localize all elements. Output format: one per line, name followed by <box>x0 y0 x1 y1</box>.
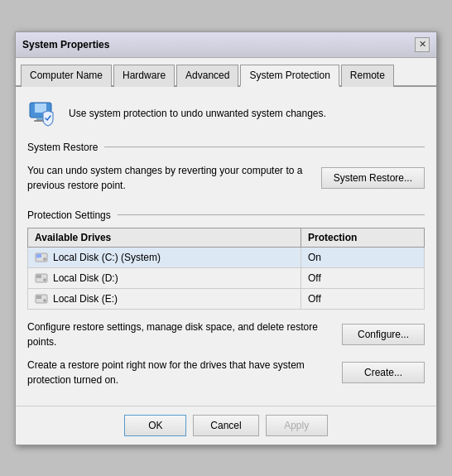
svg-rect-1 <box>35 103 46 113</box>
section-divider-2 <box>118 214 425 215</box>
create-description: Create a restore point right now for the… <box>27 358 334 387</box>
cancel-button[interactable]: Cancel <box>193 415 258 436</box>
system-restore-header: System Restore <box>27 142 425 153</box>
section-divider <box>104 147 425 147</box>
drive-e-cell: Local Disk (E:) <box>28 288 301 309</box>
tab-system-protection[interactable]: System Protection <box>240 65 339 87</box>
table-row[interactable]: Local Disk (E:) Off <box>28 288 425 309</box>
configure-description: Configure restore settings, manage disk … <box>27 320 334 349</box>
create-button[interactable]: Create... <box>342 362 425 383</box>
restore-content: You can undo system changes by reverting… <box>27 160 425 196</box>
drive-c-protection: On <box>301 247 424 267</box>
restore-description: You can undo system changes by reverting… <box>27 163 313 193</box>
info-section: Use system protection to undo unwanted s… <box>27 97 425 130</box>
col-protection: Protection <box>301 228 424 247</box>
svg-rect-5 <box>36 254 41 257</box>
configure-button[interactable]: Configure... <box>342 324 425 345</box>
info-description: Use system protection to undo unwanted s… <box>69 108 326 119</box>
col-available-drives: Available Drives <box>28 228 301 247</box>
tab-hardware[interactable]: Hardware <box>113 65 175 87</box>
system-restore-button[interactable]: System Restore... <box>321 167 425 189</box>
system-properties-window: System Properties ✕ Computer Name Hardwa… <box>15 31 437 445</box>
protection-settings-section: Protection Settings Available Drives Pro… <box>27 209 425 310</box>
drive-d-protection: Off <box>301 267 424 288</box>
drive-c-icon <box>35 251 48 264</box>
title-bar: System Properties ✕ <box>16 32 436 58</box>
svg-rect-12 <box>36 296 41 299</box>
protection-settings-label: Protection Settings <box>27 209 111 221</box>
window-title: System Properties <box>22 39 109 50</box>
tab-computer-name[interactable]: Computer Name <box>21 65 112 87</box>
table-row[interactable]: Local Disk (C:) (System) On <box>28 247 425 267</box>
drives-table: Available Drives Protection <box>27 228 425 310</box>
svg-point-10 <box>44 278 46 281</box>
ok-button[interactable]: OK <box>124 415 186 436</box>
svg-point-13 <box>44 299 46 301</box>
system-restore-section: System Restore You can undo system chang… <box>27 142 425 196</box>
svg-rect-9 <box>36 275 41 278</box>
apply-button[interactable]: Apply <box>266 415 328 436</box>
drive-e-icon <box>35 292 48 305</box>
drive-e-label: Local Disk (E:) <box>53 293 118 305</box>
svg-point-7 <box>44 257 46 260</box>
drive-c-cell: Local Disk (C:) (System) <box>28 247 301 267</box>
drive-d-icon <box>35 272 48 285</box>
create-row: Create a restore point right now for the… <box>27 358 425 387</box>
tab-content: Use system protection to undo unwanted s… <box>16 87 436 406</box>
tab-remote[interactable]: Remote <box>341 65 394 87</box>
shield-computer-icon <box>28 98 60 129</box>
drive-d-cell: Local Disk (D:) <box>28 267 301 288</box>
svg-rect-6 <box>36 257 39 258</box>
drive-d-label: Local Disk (D:) <box>53 272 118 284</box>
protection-settings-header: Protection Settings <box>27 209 425 221</box>
tab-advanced[interactable]: Advanced <box>176 65 238 87</box>
close-button[interactable]: ✕ <box>415 37 430 52</box>
system-protection-icon <box>27 97 60 130</box>
table-row[interactable]: Local Disk (D:) Off <box>28 267 425 288</box>
configure-row: Configure restore settings, manage disk … <box>27 320 425 349</box>
tab-bar: Computer Name Hardware Advanced System P… <box>16 58 436 87</box>
drive-e-protection: Off <box>301 288 424 309</box>
drive-c-label: Local Disk (C:) (System) <box>53 252 161 263</box>
system-restore-label: System Restore <box>27 142 98 153</box>
footer: OK Cancel Apply <box>16 406 436 445</box>
